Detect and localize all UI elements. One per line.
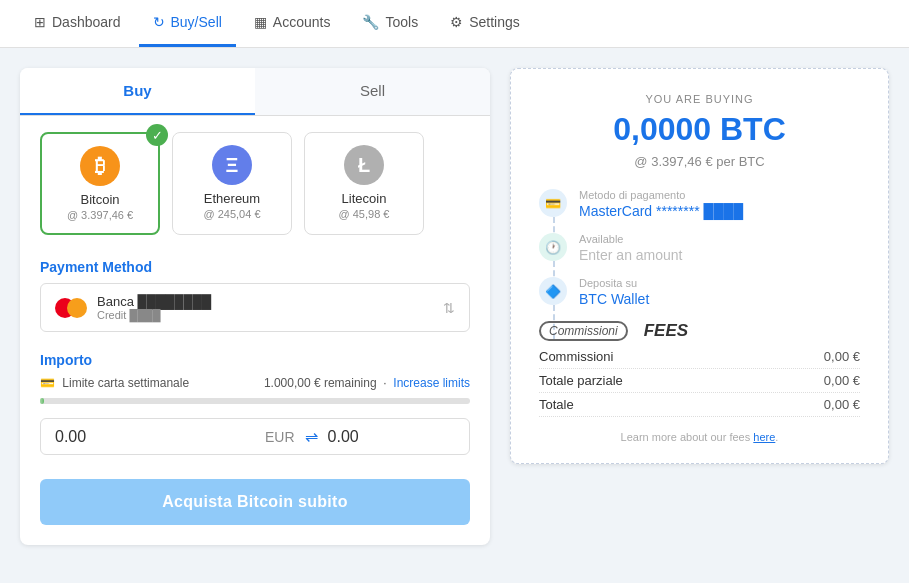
summary-deposita: 🔷 Deposita su BTC Wallet	[539, 277, 860, 307]
importo-section-label: Importo	[20, 344, 490, 372]
crypto-section: ✓ ₿ Bitcoin @ 3.397,46 € Ξ Ethereum @ 24…	[20, 116, 490, 251]
summary-available: 🕐 Available Enter an amount	[539, 233, 860, 263]
metodo-value: MasterCard ******** ████	[579, 203, 743, 219]
nav-buysell[interactable]: ↻ Buy/Sell	[139, 0, 236, 47]
payment-info: Banca ████████ Credit ████	[97, 294, 211, 321]
crypto-card-ltc[interactable]: Ł Litecoin @ 45,98 €	[304, 132, 424, 235]
top-navigation: ⊞ Dashboard ↻ Buy/Sell ▦ Accounts 🔧 Tool…	[0, 0, 909, 48]
metodo-label: Metodo di pagamento	[579, 189, 743, 201]
settings-icon: ⚙	[450, 14, 463, 30]
totale-label: Totale	[539, 397, 574, 412]
importo-section: 💳 Limite carta settimanale 1.000,00 € re…	[20, 372, 490, 467]
totale-parziale-value: 0,00 €	[824, 373, 860, 388]
limit-right: 1.000,00 € remaining · Increase limits	[264, 376, 470, 390]
crypto-grid: ✓ ₿ Bitcoin @ 3.397,46 € Ξ Ethereum @ 24…	[40, 132, 470, 235]
payment-summary-icon: 💳	[539, 189, 567, 217]
crypto-amount-display: 0,0000 BTC	[539, 111, 860, 148]
commissioni-row: Commissioni 0,00 €	[539, 349, 860, 369]
buy-sell-tabs: Buy Sell	[20, 68, 490, 116]
payment-section: Banca ████████ Credit ████ ⇅	[20, 279, 490, 344]
mastercard-icon	[55, 298, 87, 318]
payment-name: Banca ████████	[97, 294, 211, 309]
summary-payment-content: Metodo di pagamento MasterCard ******** …	[579, 189, 743, 219]
summary-deposita-content: Deposita su BTC Wallet	[579, 277, 649, 307]
available-summary-icon: 🕐	[539, 233, 567, 261]
ltc-icon: Ł	[344, 145, 384, 185]
right-panel: YOU ARE BUYING 0,0000 BTC @ 3.397,46 € p…	[510, 68, 889, 464]
here-link[interactable]: here	[753, 431, 775, 443]
commissioni-row-value: 0,00 €	[824, 349, 860, 364]
bottom-note: Learn more about our fees here.	[539, 431, 860, 443]
eth-icon: Ξ	[212, 145, 252, 185]
summary-available-content: Available Enter an amount	[579, 233, 683, 263]
btc-name: Bitcoin	[52, 192, 148, 207]
dashboard-icon: ⊞	[34, 14, 46, 30]
deposita-summary-icon: 🔷	[539, 277, 567, 305]
nav-tools[interactable]: 🔧 Tools	[348, 0, 432, 47]
payment-sub: Credit ████	[97, 309, 211, 321]
btc-price: @ 3.397,46 €	[52, 209, 148, 221]
left-panel: Buy Sell ✓ ₿ Bitcoin @ 3.397,46 € Ξ Ethe…	[20, 68, 490, 545]
tab-sell[interactable]: Sell	[255, 68, 490, 115]
commissioni-row-label: Commissioni	[539, 349, 613, 364]
dropdown-arrow-icon: ⇅	[443, 300, 455, 316]
you-are-buying-label: YOU ARE BUYING	[539, 93, 860, 105]
amount-row: EUR ⇌ BTC	[40, 418, 470, 455]
totale-row: Totale 0,00 €	[539, 397, 860, 417]
eth-name: Ethereum	[183, 191, 281, 206]
eth-price: @ 245,04 €	[183, 208, 281, 220]
progress-bar-container	[40, 398, 470, 404]
increase-limits-link[interactable]: Increase limits	[393, 376, 470, 390]
crypto-card-eth[interactable]: Ξ Ethereum @ 245,04 €	[172, 132, 292, 235]
payment-section-label: Payment Method	[20, 251, 490, 279]
totale-value: 0,00 €	[824, 397, 860, 412]
swap-icon[interactable]: ⇌	[305, 427, 318, 446]
deposita-value: BTC Wallet	[579, 291, 649, 307]
fees-section: Commissioni FEES Commissioni 0,00 € Tota…	[539, 321, 860, 417]
deposita-label: Deposita su	[579, 277, 649, 289]
buy-button[interactable]: Acquista Bitcoin subito	[40, 479, 470, 525]
fees-big-label: FEES	[644, 321, 688, 341]
selected-check: ✓	[146, 124, 168, 146]
available-label: Available	[579, 233, 683, 245]
main-content: Buy Sell ✓ ₿ Bitcoin @ 3.397,46 € Ξ Ethe…	[0, 48, 909, 565]
totale-parziale-row: Totale parziale 0,00 €	[539, 373, 860, 393]
btc-icon: ₿	[80, 146, 120, 186]
payment-dropdown[interactable]: Banca ████████ Credit ████ ⇅	[40, 283, 470, 332]
nav-dashboard[interactable]: ⊞ Dashboard	[20, 0, 135, 47]
nav-settings[interactable]: ⚙ Settings	[436, 0, 534, 47]
ltc-price: @ 45,98 €	[315, 208, 413, 220]
progress-bar-fill	[40, 398, 44, 404]
commissioni-circle: Commissioni	[539, 321, 628, 341]
eur-amount-input[interactable]	[55, 428, 255, 446]
limit-row: 💳 Limite carta settimanale 1.000,00 € re…	[40, 376, 470, 390]
crypto-rate-display: @ 3.397,46 € per BTC	[539, 154, 860, 169]
available-value: Enter an amount	[579, 247, 683, 263]
tools-icon: 🔧	[362, 14, 379, 30]
totale-parziale-label: Totale parziale	[539, 373, 623, 388]
buy-btn-section: Acquista Bitcoin subito	[20, 467, 490, 545]
payment-left: Banca ████████ Credit ████	[55, 294, 211, 321]
buysell-icon: ↻	[153, 14, 165, 30]
btc-amount-input[interactable]	[328, 428, 490, 446]
eur-label: EUR	[265, 429, 295, 445]
ltc-name: Litecoin	[315, 191, 413, 206]
summary-payment: 💳 Metodo di pagamento MasterCard *******…	[539, 189, 860, 219]
nav-accounts[interactable]: ▦ Accounts	[240, 0, 345, 47]
accounts-icon: ▦	[254, 14, 267, 30]
tab-buy[interactable]: Buy	[20, 68, 255, 115]
limit-label: 💳 Limite carta settimanale	[40, 376, 189, 390]
crypto-card-btc[interactable]: ✓ ₿ Bitcoin @ 3.397,46 €	[40, 132, 160, 235]
